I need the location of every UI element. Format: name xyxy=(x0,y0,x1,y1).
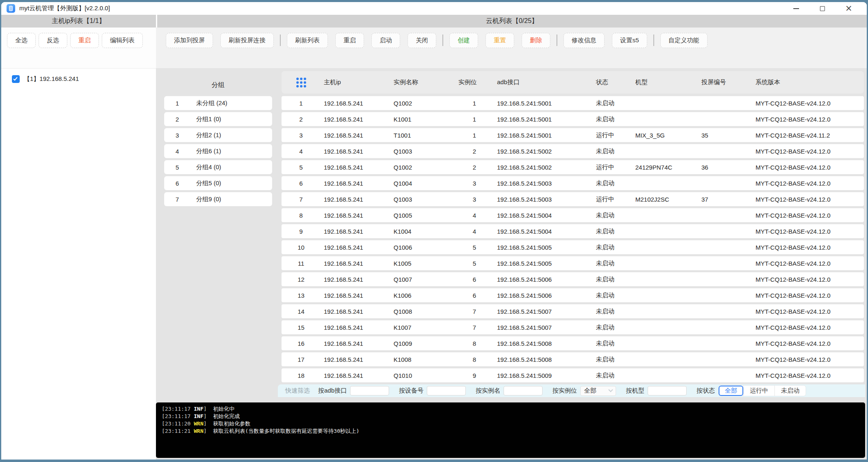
host-button[interactable]: 反选 xyxy=(39,33,67,48)
table-row[interactable]: 3192.168.5.241T10011192.168.5.241:5001运行… xyxy=(282,128,864,142)
group-row[interactable]: 1未分组 (24) xyxy=(164,96,272,110)
maximize-button[interactable] xyxy=(809,2,836,15)
table-cell: 8 xyxy=(282,212,321,219)
cloud-button[interactable]: 修改信息 xyxy=(563,33,605,48)
table-row[interactable]: 10192.168.5.241Q10065192.168.5.241:5005未… xyxy=(282,240,864,254)
cloud-button[interactable]: 创建 xyxy=(449,33,478,48)
group-row[interactable]: 4分组6 (1) xyxy=(164,144,272,158)
table-row[interactable]: 15192.168.5.241K10077192.168.5.241:5007未… xyxy=(282,320,864,334)
table-cell: 192.168.5.241 xyxy=(321,292,390,299)
log-message: 初始化中 xyxy=(213,406,234,412)
group-row[interactable]: 2分组1 (0) xyxy=(164,112,272,126)
group-row-label: 分组5 (0) xyxy=(190,179,272,187)
minimize-button[interactable] xyxy=(783,2,809,15)
group-row[interactable]: 3分组2 (1) xyxy=(164,128,272,142)
table-row[interactable]: 11192.168.5.241K10055192.168.5.241:5005未… xyxy=(282,256,864,270)
table-row[interactable]: 9192.168.5.241K10044192.168.5.241:5004未启… xyxy=(282,224,864,238)
table-cell: 10 xyxy=(282,244,321,251)
cloud-button[interactable]: 删除 xyxy=(522,33,550,48)
status-segment[interactable]: 未启动 xyxy=(774,386,806,396)
log-level: INF xyxy=(194,413,203,419)
log-level: INF xyxy=(194,406,203,412)
host-button[interactable]: 重启 xyxy=(70,33,99,48)
table-cell: 17 xyxy=(282,356,321,363)
table-cell: 4 xyxy=(282,148,321,155)
table-cell: 8 xyxy=(455,340,494,347)
window-controls: × xyxy=(783,2,862,15)
table-row[interactable]: 2192.168.5.241K10011192.168.5.241:5001未启… xyxy=(282,112,864,126)
close-button[interactable]: × xyxy=(836,2,862,15)
log-line: [23:11:17 INF] 初始化中 xyxy=(162,405,865,413)
table-cell: MYT-CQ12-BASE-v24.11.2 xyxy=(752,132,864,139)
table-cell: 未启动 xyxy=(593,340,632,347)
cloud-button[interactable]: 自定义功能 xyxy=(660,33,708,48)
table-row[interactable]: 6192.168.5.241Q10043192.168.5.241:5003未启… xyxy=(282,176,864,190)
filter-pos-select[interactable]: 全部 xyxy=(580,386,616,396)
host-ip-item[interactable]: 【1】192.168.5.241 xyxy=(12,75,156,83)
group-row-number: 5 xyxy=(164,164,190,171)
table-row[interactable]: 14192.168.5.241Q10087192.168.5.241:5007未… xyxy=(282,304,864,318)
cloud-button[interactable]: 关闭 xyxy=(408,33,436,48)
status-segment[interactable]: 全部 xyxy=(719,386,743,396)
table-row[interactable]: 12192.168.5.241Q10076192.168.5.241:5006未… xyxy=(282,272,864,286)
cloud-button[interactable]: 设置s5 xyxy=(612,33,647,48)
table-cell: 未启动 xyxy=(593,211,632,219)
table-row[interactable]: 18192.168.5.241Q10109192.168.5.241:5009未… xyxy=(282,368,864,382)
log-bracket: ] xyxy=(204,421,213,427)
status-segment[interactable]: 运行中 xyxy=(743,386,774,396)
select-all-grid-icon[interactable] xyxy=(296,78,306,87)
table-cell: 192.168.5.241:5004 xyxy=(494,212,593,219)
table-cell: MYT-CQ12-BASE-v24.12.0 xyxy=(752,276,864,283)
toolbar-divider xyxy=(653,34,654,46)
filter-model-input[interactable] xyxy=(648,386,687,395)
filter-adb-input[interactable] xyxy=(350,386,389,395)
group-row[interactable]: 7分组9 (0) xyxy=(164,192,272,206)
table-row[interactable]: 13192.168.5.241K10066192.168.5.241:5006未… xyxy=(282,288,864,302)
table-cell: 192.168.5.241:5003 xyxy=(494,180,593,187)
table-cell: 5 xyxy=(282,164,321,171)
table-row[interactable]: 5192.168.5.241Q10022192.168.5.241:5002运行… xyxy=(282,160,864,174)
cloud-button[interactable]: 启动 xyxy=(371,33,400,48)
table-cell: MYT-CQ12-BASE-v24.12.0 xyxy=(752,100,864,107)
filter-status-label: 按状态 xyxy=(696,387,715,395)
cloud-button[interactable]: 重置 xyxy=(486,33,514,48)
group-row[interactable]: 6分组5 (0) xyxy=(164,176,272,190)
filter-device-input[interactable] xyxy=(427,386,466,395)
cloud-button[interactable]: 添加到投屏 xyxy=(166,33,213,48)
log-line: [23:11:20 WRN] 获取初始化参数 xyxy=(162,420,865,428)
table-row[interactable]: 16192.168.5.241Q10098192.168.5.241:5008未… xyxy=(282,336,864,350)
table-cell: MIX_3_5G xyxy=(632,132,698,139)
log-line: [23:11:17 INF] 初始化完成 xyxy=(162,413,865,420)
group-row-label: 未分组 (24) xyxy=(190,99,272,107)
table-row[interactable]: 1192.168.5.241Q10021192.168.5.241:5001未启… xyxy=(282,96,864,110)
host-button[interactable]: 全选 xyxy=(7,33,36,48)
cloud-button[interactable]: 重启 xyxy=(335,33,364,48)
group-row-label: 分组9 (0) xyxy=(190,195,272,203)
table-row[interactable]: 4192.168.5.241Q10032192.168.5.241:5002未启… xyxy=(282,144,864,158)
log-level: WRN xyxy=(194,428,203,434)
table-row[interactable]: 7192.168.5.241Q10033192.168.5.241:5003运行… xyxy=(282,192,864,206)
table-cell: K1006 xyxy=(390,292,455,299)
table-row[interactable]: 17192.168.5.241K10088192.168.5.241:5008未… xyxy=(282,352,864,366)
log-time: [23:11:17 xyxy=(162,406,194,412)
table-cell: 192.168.5.241 xyxy=(321,180,390,187)
table-cell: 运行中 xyxy=(593,163,632,171)
host-checkbox[interactable] xyxy=(12,75,20,83)
table-cell: 5 xyxy=(455,244,494,251)
cloud-button[interactable]: 刷新投屏连接 xyxy=(220,33,274,48)
chevron-down-icon xyxy=(608,387,613,392)
table-cell: 6 xyxy=(455,292,494,299)
table-cell: 192.168.5.241 xyxy=(321,308,390,315)
table-cell: Q1009 xyxy=(390,340,455,347)
group-row[interactable]: 5分组4 (0) xyxy=(164,160,272,174)
table-cell: 192.168.5.241:5008 xyxy=(494,356,593,363)
filter-name-input[interactable] xyxy=(504,386,543,395)
table-header-cell: adb接口 xyxy=(494,78,593,86)
host-button[interactable]: 编辑列表 xyxy=(102,33,143,48)
table-cell: 未启动 xyxy=(593,356,632,363)
table-cell: 192.168.5.241 xyxy=(321,340,390,347)
table-cell: 未启动 xyxy=(593,244,632,251)
cloud-button[interactable]: 刷新列表 xyxy=(287,33,328,48)
table-row[interactable]: 8192.168.5.241Q10054192.168.5.241:5004未启… xyxy=(282,208,864,222)
table-header-cell: 状态 xyxy=(593,78,632,86)
